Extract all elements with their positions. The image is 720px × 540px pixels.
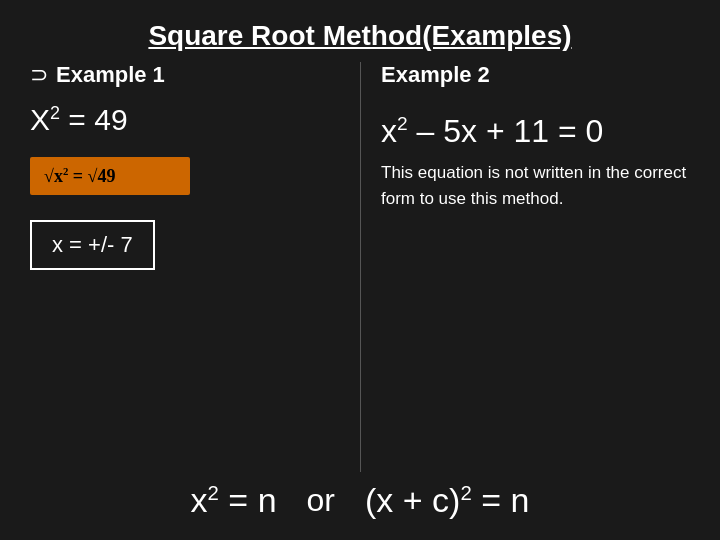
page: Square Root Method(Examples) ⊃ Example 1… [0,0,720,540]
bottom-formulas: x2 = n or (x + c)2 = n [0,481,720,520]
example1-equation: X2 = 49 [30,103,340,137]
left-column: ⊃ Example 1 X2 = 49 √x2 = √49 x = +/- 7 [30,62,360,472]
example1-header: ⊃ Example 1 [30,62,340,88]
example1-label: Example 1 [56,62,165,88]
right-column: Example 2 x2 – 5x + 11 = 0 This equation… [360,62,690,472]
result-box: x = +/- 7 [30,220,155,270]
bottom-right-formula: (x + c)2 = n [365,481,529,520]
result-text: x = +/- 7 [52,232,133,257]
or-text: or [307,482,335,519]
example2-equation: x2 – 5x + 11 = 0 [381,113,690,150]
bottom-left-formula: x2 = n [191,481,277,520]
bullet-icon: ⊃ [30,62,48,88]
example2-description: This equation is not written in the corr… [381,160,690,211]
sqrt-formula-text: √x2 = √49 [44,166,115,186]
example2-label: Example 2 [381,62,690,88]
page-title: Square Root Method(Examples) [30,20,690,52]
sqrt-image-box: √x2 = √49 [30,157,190,195]
